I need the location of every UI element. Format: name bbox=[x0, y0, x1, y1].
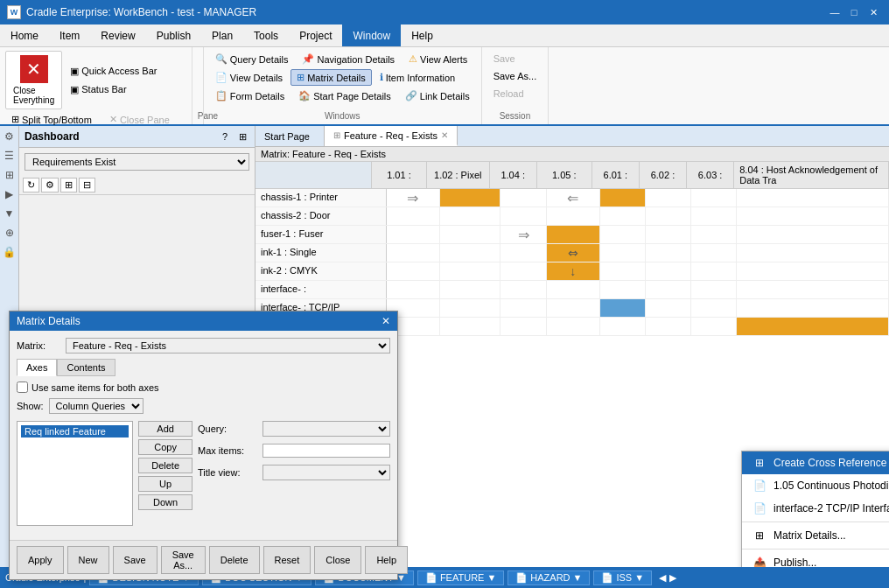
panel-help-icon[interactable]: ? bbox=[218, 130, 232, 144]
up-button[interactable]: Up bbox=[138, 476, 192, 492]
sidebar-icon-gear[interactable]: ⚙ bbox=[3, 130, 17, 144]
delete-dialog-button[interactable]: Delete bbox=[209, 546, 260, 574]
menu-plan[interactable]: Plan bbox=[201, 24, 243, 46]
matrix-dialog-close-icon[interactable]: ✕ bbox=[382, 315, 390, 327]
dashboard-toolbar: ↻ ⚙ ⊞ ⊟ bbox=[19, 176, 255, 195]
status-tab-feature[interactable]: 📄 FEATURE ▼ bbox=[417, 570, 504, 585]
col-header-1-04: 1.04 : bbox=[490, 162, 537, 188]
query-details-button[interactable]: 🔍 Query Details bbox=[209, 51, 295, 67]
ctx-interface-2[interactable]: 📄 interface-2 TCP/IP Interface bbox=[742, 497, 889, 520]
matrix-select[interactable]: Feature - Req - Exists bbox=[66, 338, 390, 354]
dialog-tab-axes[interactable]: Axes bbox=[17, 359, 57, 376]
menu-project[interactable]: Project bbox=[289, 24, 342, 46]
list-item-req-linked[interactable]: Req linked Feature bbox=[21, 425, 129, 438]
dialog-tab-contents[interactable]: Contents bbox=[57, 359, 115, 376]
tab-feature-req-exists[interactable]: ⊞ Feature - Req - Exists ✕ bbox=[325, 126, 458, 146]
help-button[interactable]: Help bbox=[365, 546, 408, 574]
expand-button[interactable]: ⊟ bbox=[79, 178, 95, 192]
ctx-interface-2-icon: 📄 bbox=[752, 501, 766, 515]
delete-list-button[interactable]: Delete bbox=[138, 458, 192, 473]
item-information-button[interactable]: ℹ Item Information bbox=[374, 69, 461, 86]
apply-button[interactable]: Apply bbox=[17, 546, 64, 574]
query-select[interactable] bbox=[262, 421, 390, 437]
matrix-details-button[interactable]: ⊞ Matrix Details bbox=[290, 69, 372, 86]
matrix-row-ink1: ink-1 : Single ⇔ bbox=[256, 244, 889, 262]
ctx-matrix-details-icon: ⊞ bbox=[752, 528, 766, 542]
save-button[interactable]: Save bbox=[487, 51, 522, 66]
ctx-separator-2 bbox=[742, 549, 889, 550]
show-select[interactable]: Column Queries bbox=[49, 398, 144, 414]
query-row: Query: bbox=[198, 421, 390, 437]
link-details-button[interactable]: 🔗 Link Details bbox=[399, 88, 476, 104]
col-header-1-01: 1.01 : bbox=[372, 162, 427, 188]
ctx-item-1-05[interactable]: 📄 1.05 Continuous Photodiode Array Opera… bbox=[742, 474, 889, 497]
menu-home[interactable]: Home bbox=[0, 24, 49, 46]
close-button[interactable]: ✕ bbox=[864, 4, 882, 20]
copy-button[interactable]: Copy bbox=[138, 439, 192, 455]
scroll-left-icon[interactable]: ◀ bbox=[659, 572, 666, 584]
matrix-header: 1.01 : 1.02 : Pixel 1.04 : 1.05 : 6.01 :… bbox=[256, 162, 889, 189]
quick-access-bar-button[interactable]: ▣ Quick Access Bar bbox=[64, 63, 163, 80]
down-button[interactable]: Down bbox=[138, 494, 192, 510]
save-as-button[interactable]: Save As... bbox=[487, 68, 543, 84]
windows-row2: 📄 View Details ⊞ Matrix Details ℹ Item I… bbox=[209, 69, 461, 86]
ctx-publish[interactable]: 📤 Publish... Ctrl+T bbox=[742, 551, 889, 567]
sidebar-icon-lock[interactable]: 🔒 bbox=[3, 245, 17, 259]
menu-window[interactable]: Window bbox=[342, 24, 401, 46]
close-dialog-button[interactable]: Close bbox=[314, 546, 361, 574]
close-everything-button[interactable]: ✕ CloseEverything bbox=[5, 51, 62, 109]
status-bar-button[interactable]: ▣ Status Bar bbox=[64, 81, 163, 98]
save-dialog-button[interactable]: Save bbox=[113, 546, 158, 574]
view-details-button[interactable]: 📄 View Details bbox=[209, 69, 289, 86]
cell-tcp-603 bbox=[691, 299, 737, 317]
context-menu: ⊞ Create Cross Reference 📄 1.05 Continuo… bbox=[741, 451, 889, 567]
export-button[interactable]: ⊞ bbox=[60, 178, 77, 192]
settings-button[interactable]: ⚙ bbox=[41, 178, 59, 192]
cell-if1-105 bbox=[547, 281, 600, 298]
reload-button[interactable]: Reload bbox=[487, 86, 530, 102]
reset-button[interactable]: Reset bbox=[263, 546, 312, 574]
menu-item[interactable]: Item bbox=[49, 24, 90, 46]
list-box[interactable]: Req linked Feature bbox=[17, 421, 133, 526]
new-button[interactable]: New bbox=[67, 546, 109, 574]
sidebar-icon-filter[interactable]: ▼ bbox=[3, 206, 17, 220]
ctx-matrix-details[interactable]: ⊞ Matrix Details... bbox=[742, 524, 889, 547]
status-tab-hazard[interactable]: 📄 HAZARD ▼ bbox=[508, 570, 590, 585]
navigation-details-button[interactable]: 📌 Navigation Details bbox=[296, 51, 401, 67]
minimize-button[interactable]: — bbox=[826, 4, 844, 20]
cell-if3-804 bbox=[737, 318, 889, 335]
dashboard-select[interactable]: Requirements Exist bbox=[24, 153, 249, 171]
same-items-checkbox[interactable] bbox=[17, 382, 28, 393]
ribbon-group-pane: Pane bbox=[192, 47, 204, 124]
add-button[interactable]: Add bbox=[138, 421, 192, 437]
session-row1: Save bbox=[487, 51, 522, 66]
menu-publish[interactable]: Publish bbox=[146, 24, 201, 46]
cell-if1-602 bbox=[646, 281, 691, 298]
save-as-dialog-button[interactable]: Save As... bbox=[161, 546, 206, 574]
col-header-8-04: 8.04 : Host Acknowledgement of Data Tra bbox=[734, 162, 889, 188]
title-view-select[interactable] bbox=[262, 465, 390, 480]
cell-if1-601 bbox=[600, 281, 646, 298]
tab-close-feature[interactable]: ✕ bbox=[441, 130, 448, 140]
scroll-right-icon[interactable]: ▶ bbox=[669, 572, 676, 584]
form-details-button[interactable]: 📋 Form Details bbox=[209, 88, 290, 104]
menu-review[interactable]: Review bbox=[90, 24, 145, 46]
refresh-button[interactable]: ↻ bbox=[23, 178, 39, 192]
maximize-button[interactable]: □ bbox=[845, 4, 863, 20]
menu-tools[interactable]: Tools bbox=[243, 24, 289, 46]
sidebar-icon-arrow[interactable]: ▶ bbox=[3, 187, 17, 201]
ctx-create-cross-ref[interactable]: ⊞ Create Cross Reference bbox=[742, 452, 889, 474]
tab-start-page[interactable]: Start Page bbox=[256, 126, 325, 146]
cell-tcp-104 bbox=[500, 299, 546, 317]
max-items-input[interactable] bbox=[262, 444, 390, 458]
sidebar-icon-expand[interactable]: ⊕ bbox=[3, 226, 17, 240]
sidebar-icon-grid[interactable]: ⊞ bbox=[3, 168, 17, 182]
panel-settings-icon[interactable]: ⊞ bbox=[235, 130, 249, 144]
cell-fuser1-101 bbox=[387, 226, 440, 243]
status-tab-iss[interactable]: 📄 ISS ▼ bbox=[593, 570, 652, 585]
sidebar-icon-list[interactable]: ☰ bbox=[3, 149, 17, 163]
view-alerts-button[interactable]: ⚠ View Alerts bbox=[402, 51, 473, 67]
start-page-details-button[interactable]: 🏠 Start Page Details bbox=[292, 88, 397, 104]
menu-help[interactable]: Help bbox=[401, 24, 444, 46]
cell-chassis2-101 bbox=[387, 207, 440, 225]
